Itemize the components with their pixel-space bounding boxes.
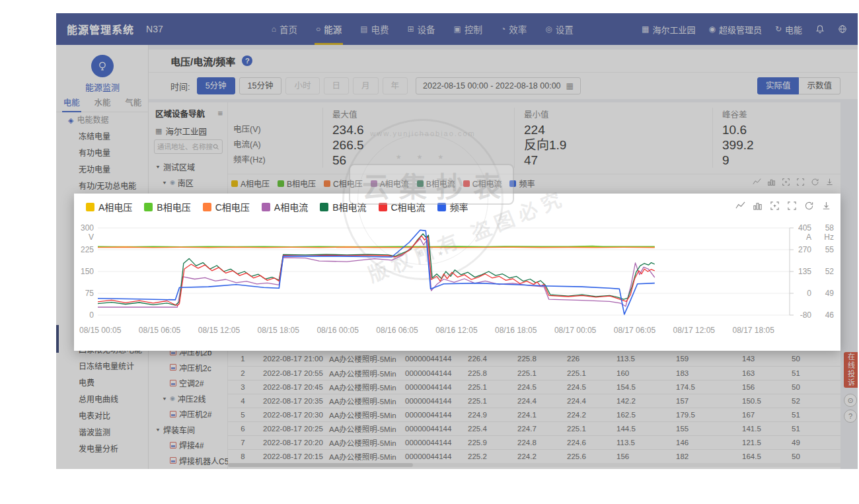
bar-chart-icon[interactable]: [767, 178, 776, 186]
tree-item-冲压机2c[interactable]: 冲压机2c: [149, 360, 228, 376]
tree-item-空调2#[interactable]: 空调2#: [149, 375, 228, 391]
time-filter-label: 时间:: [170, 80, 190, 92]
legend-item-B相电压[interactable]: B相电压: [144, 200, 190, 213]
tree-item-测试区域[interactable]: ▼测试区域: [149, 159, 228, 175]
legend-item-C相电流[interactable]: C相电流: [463, 178, 502, 189]
topnav-item-设备[interactable]: ⊞设备: [398, 13, 445, 45]
sidebar-item-有功电量[interactable]: 有功电量: [56, 145, 149, 162]
restore-box-icon[interactable]: [796, 178, 805, 186]
tree-item-焊装车间[interactable]: ▼焊装车间: [149, 422, 228, 438]
time-filter-年: 年: [383, 77, 408, 94]
toggle-实际值[interactable]: 实际值: [757, 77, 800, 94]
topnav-item-能源[interactable]: ○能源: [307, 13, 351, 45]
table-row[interactable]: 72022-08-17 20:20AA办公楼照明-5Min00000044144…: [228, 435, 840, 449]
bar-chart-icon[interactable]: [753, 201, 763, 211]
company-node[interactable]: ▦ 海尔工业园: [155, 125, 207, 137]
search-icon[interactable]: [213, 143, 219, 151]
notifications-button[interactable]: [815, 24, 825, 34]
legend-item-C相电压[interactable]: C相电压: [324, 178, 363, 189]
table-row[interactable]: 42022-08-17 20:35AA办公楼照明-5Min00000044144…: [228, 394, 840, 408]
sidebar-item-电表对比[interactable]: 电表对比: [56, 408, 149, 425]
feedback-button[interactable]: ⊙: [844, 394, 857, 407]
sidebar-item-有功/无功总电能[interactable]: 有功/无功总电能: [56, 178, 149, 195]
date-range-picker[interactable]: 2022-08-15 00:00 - 2022-08-18 00:00 ▦: [416, 77, 581, 94]
tree-item-冲压2线[interactable]: ▼◉冲压2线: [149, 391, 228, 407]
table-cell: 150.5: [737, 394, 786, 408]
tab-气能[interactable]: 气能: [124, 95, 143, 112]
device-search-input[interactable]: [157, 143, 213, 151]
zoom-box-icon[interactable]: [770, 201, 780, 211]
topnav-item-电费[interactable]: ▤电费: [351, 13, 398, 45]
time-filter-5分钟[interactable]: 5分钟: [197, 77, 235, 94]
legend-item-A相电压[interactable]: A相电压: [231, 178, 270, 189]
line-chart[interactable]: 300225150750V4052701350-80A5855524946Hz: [74, 219, 840, 324]
download-icon[interactable]: [825, 178, 834, 186]
tree-item-焊接机器人C5[interactable]: 焊接机器人C5: [149, 453, 228, 469]
topnav-item-效率[interactable]: ◔效率: [492, 13, 536, 45]
tab-电能[interactable]: 电能: [62, 95, 81, 112]
table-cell: 224.7: [512, 421, 562, 435]
download-icon[interactable]: [821, 201, 831, 211]
legend-item-频率[interactable]: 频率: [509, 178, 535, 189]
help-float-button[interactable]: ?: [844, 410, 857, 423]
refresh-icon[interactable]: [804, 201, 814, 211]
collapse-icon[interactable]: ≡: [217, 108, 223, 118]
sidebar-item-冻结电量[interactable]: 冻结电量: [56, 129, 149, 145]
scrollbar-thumb[interactable]: [228, 463, 413, 467]
legend-item-A相电流[interactable]: A相电流: [262, 200, 308, 213]
legend-item-A相电压[interactable]: A相电压: [86, 200, 132, 213]
legend-item-B相电压[interactable]: B相电压: [278, 178, 316, 189]
user-menu[interactable]: ◉ 超级管理员: [708, 23, 762, 36]
park-switcher[interactable]: ▦ 海尔工业园: [642, 23, 695, 36]
stats-col-0: 最大值234.6266.556: [322, 108, 507, 168]
stat-value: 10.6: [722, 122, 859, 137]
sidebar-item-电费[interactable]: 电费: [56, 375, 149, 392]
legend-item-C相电流[interactable]: C相电流: [379, 200, 426, 213]
sidebar-item-谐波监测[interactable]: 谐波监测: [56, 425, 149, 441]
legend-item-B相电流[interactable]: B相电流: [417, 178, 455, 189]
restore-box-icon[interactable]: [787, 201, 797, 211]
trend-line-icon[interactable]: [735, 201, 745, 211]
sidebar-item-发电量分析[interactable]: 发电量分析: [56, 441, 149, 458]
table-row[interactable]: 22022-08-17 20:55AA办公楼照明-5Min00000044144…: [228, 366, 840, 380]
language-button[interactable]: [838, 24, 847, 34]
refresh-icon[interactable]: [811, 178, 819, 186]
table-cell: 2022-08-17 20:45: [258, 380, 324, 394]
x-axis-label: 08/15 06:05: [139, 326, 180, 335]
tree-item-南区[interactable]: ▼◉南区: [149, 175, 228, 191]
sidebar-items-top: ◈电能数据冻结电量有功电量无功电量有功/无功总电能: [56, 112, 149, 195]
energy-mode-switcher[interactable]: ↻ 电能: [775, 23, 802, 36]
trend-line-icon[interactable]: [753, 178, 761, 186]
legend-swatch: [203, 203, 211, 211]
tree-item-冲压机2#[interactable]: 冲压机2#: [149, 406, 228, 422]
table-row[interactable]: 12022-08-17 21:00AA办公楼照明-5Min00000044144…: [228, 352, 840, 366]
zoom-box-icon[interactable]: [782, 178, 790, 186]
tree-item-焊接4#[interactable]: 焊接4#: [149, 437, 228, 453]
table-row[interactable]: 32022-08-17 20:45AA办公楼照明-5Min00000044144…: [228, 380, 840, 394]
legend-item-A相电流[interactable]: A相电流: [371, 178, 409, 189]
complaint-tab[interactable]: 在线投诉: [844, 352, 858, 388]
sidebar-item-无功电量[interactable]: 无功电量: [56, 162, 149, 178]
topnav-item-控制[interactable]: ▣控制: [445, 13, 492, 45]
tab-水能[interactable]: 水能: [93, 95, 112, 112]
topnav-item-设置[interactable]: ◎设置: [536, 13, 582, 45]
toggle-示数值[interactable]: 示数值: [799, 77, 840, 94]
help-icon[interactable]: ?: [242, 55, 252, 66]
legend-item-C相电压[interactable]: C相电压: [203, 200, 250, 213]
time-filter-15分钟[interactable]: 15分钟: [239, 77, 282, 94]
stats-col-header: 最大值: [332, 108, 507, 122]
legend-item-频率[interactable]: 频率: [437, 200, 468, 213]
topnav-item-首页[interactable]: ⌂首页: [262, 13, 307, 45]
sidebar-item-总用电曲线[interactable]: 总用电曲线: [56, 392, 149, 408]
table-cell: 5: [228, 408, 258, 421]
sidebar-item-电能数据[interactable]: ◈电能数据: [56, 112, 149, 129]
legend-item-B相电流[interactable]: B相电流: [320, 200, 366, 213]
table-row[interactable]: 82022-08-17 20:15AA办公楼照明-5Min00000044144…: [228, 449, 840, 463]
stat-value: 56: [332, 153, 507, 168]
module-icon[interactable]: [91, 55, 114, 77]
horizontal-scrollbar[interactable]: [228, 463, 840, 467]
table-row[interactable]: 52022-08-17 20:30AA办公楼照明-5Min00000044144…: [228, 408, 840, 421]
sidebar-item-日冻结电量统计[interactable]: 日冻结电量统计: [56, 359, 149, 375]
table-cell: 2022-08-17 20:30: [258, 408, 324, 421]
table-row[interactable]: 62022-08-17 20:25AA办公楼照明-5Min00000044144…: [228, 421, 840, 435]
